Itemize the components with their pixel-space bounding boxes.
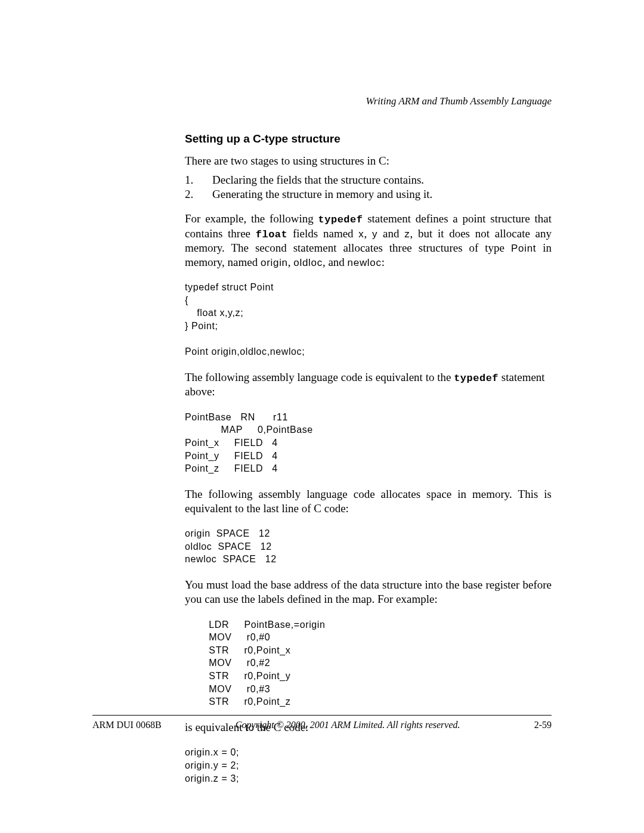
text-run: fields named <box>287 227 358 240</box>
code-block-space: origin SPACE 12 oldloc SPACE 12 newloc S… <box>185 527 552 566</box>
page: Writing ARM and Thumb Assembly Language … <box>0 0 644 833</box>
text-run: , and <box>323 256 348 268</box>
inline-code: origin <box>261 257 288 268</box>
inline-code: z <box>404 228 410 240</box>
list-text: Declaring the fields that the structure … <box>212 173 424 187</box>
paragraph: The following assembly language code all… <box>185 487 552 516</box>
text-run: : <box>382 256 385 268</box>
inline-code: newloc <box>348 257 382 268</box>
paragraph: You must load the base address of the da… <box>185 578 552 606</box>
paragraph: The following assembly language code is … <box>185 370 552 399</box>
paragraph: For example, the following typedef state… <box>185 212 552 269</box>
inline-code: oldloc <box>293 257 323 268</box>
footer-copyright: Copyright © 2000, 2001 ARM Limited. All … <box>162 720 534 730</box>
text-run: For example, the following <box>185 212 318 225</box>
intro-text: There are two stages to using structures… <box>185 154 552 168</box>
ordered-list: 1. Declaring the fields that the structu… <box>185 173 552 202</box>
running-head: Writing ARM and Thumb Assembly Language <box>185 95 552 107</box>
text-run: and <box>377 227 404 240</box>
text-run: , <box>288 256 294 268</box>
text-run: , <box>364 227 373 240</box>
keyword-float: float <box>256 229 288 240</box>
list-item: 2. Generating the structure in memory an… <box>185 187 552 202</box>
footer-rule <box>92 715 552 716</box>
list-number: 2. <box>185 187 212 202</box>
code-block-typedef: typedef struct Point { float x,y,z; } Po… <box>185 281 552 358</box>
footer: ARM DUI 0068B Copyright © 2000, 2001 ARM… <box>92 720 552 730</box>
inline-code: x <box>358 228 364 240</box>
list-text: Generating the structure in memory and u… <box>212 187 432 202</box>
inline-code: y <box>372 228 377 240</box>
code-block-ldr: LDR PointBase,=origin MOV r0,#0 STR r0,P… <box>185 618 552 708</box>
code-block-assign: origin.x = 0; origin.y = 2; origin.z = 3… <box>185 746 552 785</box>
keyword-typedef: typedef <box>454 373 499 384</box>
list-number: 1. <box>185 173 212 187</box>
code-block-map: PointBase RN r11 MAP 0,PointBase Point_x… <box>185 411 552 475</box>
inline-code: Point <box>511 243 536 254</box>
keyword-typedef: typedef <box>318 214 363 225</box>
list-item: 1. Declaring the fields that the structu… <box>185 173 552 187</box>
footer-doc-id: ARM DUI 0068B <box>92 720 162 730</box>
footer-page-number: 2-59 <box>534 720 552 730</box>
section-title: Setting up a C-type structure <box>185 132 552 145</box>
text-run: The following assembly language code is … <box>185 371 454 383</box>
